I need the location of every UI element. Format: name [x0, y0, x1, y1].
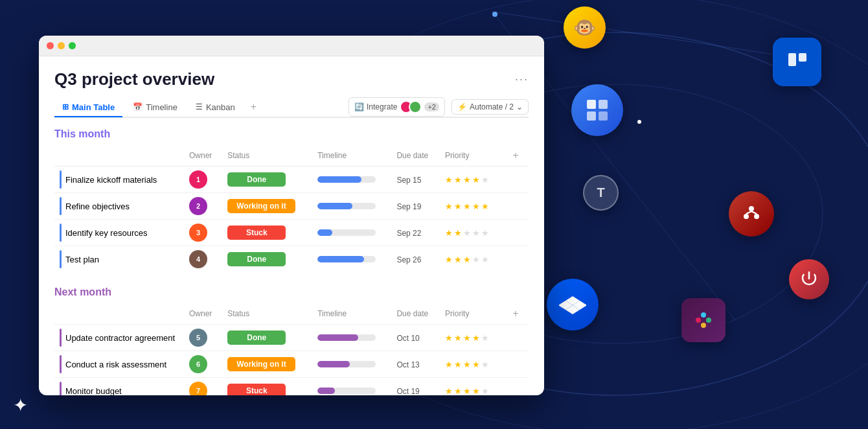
table-row[interactable]: Test plan 4 Done Sep 26 ★★★★★ — [54, 246, 529, 273]
power-icon — [789, 259, 829, 299]
task-name-cell: Conduct a risk assessment — [54, 351, 184, 378]
status-badge[interactable]: Working on it — [227, 357, 295, 371]
status-badge[interactable]: Working on it — [227, 199, 295, 213]
table-row[interactable]: Identify key resources 3 Stuck Sep 22 ★★ — [54, 220, 529, 246]
svg-rect-22 — [706, 318, 711, 323]
tab-main-table[interactable]: ⊞ Main Table — [54, 99, 122, 117]
priority-cell: ★★★★★ — [440, 167, 503, 193]
maximize-button[interactable] — [69, 42, 76, 49]
star-filled: ★ — [463, 333, 471, 343]
status-badge[interactable]: Stuck — [227, 226, 286, 240]
svg-rect-5 — [788, 53, 796, 66]
timeline-fill — [317, 388, 335, 394]
star-filled: ★ — [472, 175, 480, 185]
row-options — [503, 220, 529, 246]
col-timeline: Timeline — [312, 145, 391, 167]
svg-line-15 — [746, 211, 751, 214]
status-cell[interactable]: Stuck — [222, 378, 312, 396]
timeline-fill — [317, 229, 332, 236]
owner-avatar: 4 — [189, 250, 207, 268]
kanban-icon: ☰ — [196, 102, 203, 111]
status-cell[interactable]: Working on it — [222, 351, 312, 378]
star-empty: ★ — [481, 228, 489, 238]
timeline-bar — [317, 334, 376, 341]
status-cell[interactable]: Stuck — [222, 220, 312, 246]
svg-line-14 — [751, 211, 757, 214]
owner-avatar: 7 — [189, 382, 207, 395]
table-row[interactable]: Conduct a risk assessment 6 Working on i… — [54, 351, 529, 378]
task-name: Test plan — [65, 255, 99, 264]
due-date-cell: Oct 10 — [391, 325, 440, 351]
add-column-button[interactable]: + — [508, 148, 523, 163]
stars: ★★★★★ — [445, 360, 497, 369]
star-filled: ★ — [463, 360, 471, 369]
col-timeline-2: Timeline — [312, 303, 391, 325]
page-title: Q3 project overview — [54, 69, 214, 89]
minimize-button[interactable] — [58, 42, 65, 49]
table-row[interactable]: Monitor budget 7 Stuck Oct 19 ★★★★★ — [54, 378, 529, 396]
status-cell[interactable]: Done — [222, 167, 312, 193]
add-column-button-2[interactable]: + — [508, 306, 523, 321]
task-name: Identify key resources — [65, 228, 147, 238]
section-spacer — [54, 272, 529, 284]
owner-avatar: 3 — [189, 224, 207, 242]
automate-button[interactable]: ⚡ Automate / 2 ⌄ — [451, 99, 529, 115]
t-icon: T — [583, 175, 619, 211]
status-badge[interactable]: Done — [227, 172, 286, 187]
accent-dot-1 — [492, 12, 497, 17]
svg-rect-23 — [701, 323, 706, 328]
stars: ★★★★★ — [445, 228, 497, 238]
star-filled: ★ — [463, 386, 471, 396]
integrate-button[interactable]: 🔄 Integrate +2 — [348, 97, 445, 117]
svg-rect-20 — [696, 318, 701, 323]
priority-cell: ★★★★★ — [440, 325, 503, 351]
row-options — [503, 325, 529, 351]
star-filled: ★ — [472, 202, 480, 211]
due-date: Sep 15 — [396, 176, 421, 185]
slack-icon — [681, 298, 725, 342]
timeline-cell — [312, 193, 391, 220]
dropbox-icon — [547, 279, 599, 330]
status-badge[interactable]: Done — [227, 252, 286, 266]
star-filled: ★ — [454, 175, 462, 185]
tab-kanban[interactable]: ☰ Kanban — [188, 99, 243, 117]
star-filled: ★ — [454, 386, 462, 396]
add-tab-button[interactable]: + — [246, 97, 262, 117]
close-button[interactable] — [47, 42, 54, 49]
timeline-cell — [312, 167, 391, 193]
status-cell[interactable]: Working on it — [222, 193, 312, 220]
table-row[interactable]: Update contractor agreement 5 Done Oct 1… — [54, 325, 529, 351]
more-options-button[interactable]: ··· — [515, 73, 529, 86]
chevron-down-icon: ⌄ — [516, 102, 523, 111]
svg-marker-17 — [559, 301, 573, 310]
table-row[interactable]: Refine objectives 2 Working on it Sep 19 — [54, 193, 529, 220]
star-filled: ★ — [445, 255, 453, 264]
owner-cell: 4 — [184, 246, 222, 273]
status-badge[interactable]: Stuck — [227, 384, 286, 395]
integrate-label: Integrate — [367, 102, 397, 111]
status-cell[interactable]: Done — [222, 246, 312, 273]
svg-marker-16 — [565, 296, 580, 305]
stars: ★★★★★ — [445, 386, 497, 396]
timeline-bar — [317, 361, 376, 367]
star-filled: ★ — [454, 255, 462, 264]
tab-bar: ⊞ Main Table 📅 Timeline ☰ Kanban + 🔄 Int… — [54, 97, 529, 118]
task-name: Monitor budget — [65, 386, 122, 396]
tab-kanban-label: Kanban — [206, 102, 235, 112]
svg-point-12 — [754, 214, 759, 219]
table-row[interactable]: Finalize kickoff materials 1 Done Sep 15 — [54, 167, 529, 193]
owner-cell: 7 — [184, 378, 222, 396]
due-date: Sep 22 — [396, 229, 421, 238]
star-filled: ★ — [445, 386, 453, 396]
status-cell[interactable]: Done — [222, 325, 312, 351]
star-filled: ★ — [463, 175, 471, 185]
star-filled: ★ — [454, 360, 462, 369]
tab-timeline[interactable]: 📅 Timeline — [125, 99, 185, 117]
star-empty: ★ — [481, 255, 489, 264]
due-date: Oct 13 — [396, 360, 419, 369]
col-status-2: Status — [222, 303, 312, 325]
status-badge[interactable]: Done — [227, 330, 286, 345]
tab-right-actions: 🔄 Integrate +2 ⚡ Automate / 2 ⌄ — [348, 97, 529, 117]
task-name-cell: Monitor budget — [54, 378, 184, 396]
task-color-bar — [60, 329, 62, 347]
